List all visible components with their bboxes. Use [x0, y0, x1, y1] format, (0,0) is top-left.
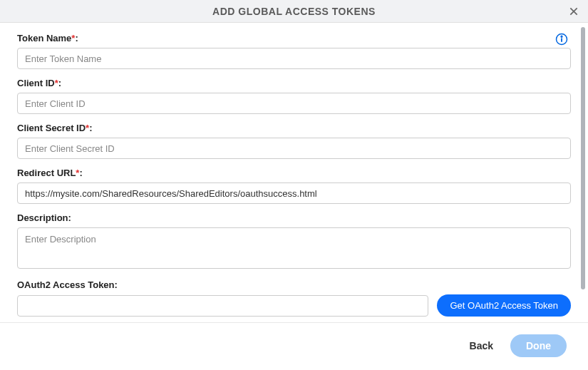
done-button[interactable]: Done — [510, 334, 567, 357]
redirect-url-input[interactable] — [17, 183, 571, 204]
oauth-token-label: OAuth2 Access Token: — [17, 279, 571, 290]
oauth-token-input[interactable] — [17, 295, 428, 317]
token-name-label: Token Name*: — [17, 33, 571, 43]
client-id-input[interactable] — [17, 93, 571, 114]
form-group-token-name: Token Name*: — [17, 33, 571, 69]
form-group-redirect-url: Redirect URL*: — [17, 168, 571, 204]
form-group-description: Description: — [17, 212, 571, 271]
form-group-client-id: Client ID*: — [17, 78, 571, 114]
form-group-client-secret-id: Client Secret ID*: — [17, 123, 571, 159]
svg-point-4 — [561, 36, 562, 37]
dialog-body: Token Name*: Client ID*: Client Secret I… — [0, 23, 588, 322]
close-icon[interactable] — [567, 4, 581, 19]
description-label: Description: — [17, 212, 571, 223]
client-id-label: Client ID*: — [17, 78, 571, 88]
token-name-input[interactable] — [17, 48, 571, 69]
client-secret-id-input[interactable] — [17, 138, 571, 159]
redirect-url-label: Redirect URL*: — [17, 168, 571, 178]
scrollbar-track[interactable] — [581, 27, 585, 289]
get-oauth-token-button[interactable]: Get OAuth2 Access Token — [437, 294, 571, 317]
dialog-footer: Back Done — [0, 322, 588, 369]
dialog-header: ADD GLOBAL ACCESS TOKENS — [0, 0, 588, 23]
oauth-token-row: Get OAuth2 Access Token — [17, 294, 571, 317]
info-icon[interactable] — [555, 33, 568, 46]
back-button[interactable]: Back — [464, 336, 499, 356]
scrollbar-thumb[interactable] — [581, 27, 585, 289]
dialog-title: ADD GLOBAL ACCESS TOKENS — [212, 6, 376, 17]
form-group-oauth-token: OAuth2 Access Token: Get OAuth2 Access T… — [17, 279, 571, 317]
client-secret-id-label: Client Secret ID*: — [17, 123, 571, 133]
description-textarea[interactable] — [17, 227, 571, 269]
